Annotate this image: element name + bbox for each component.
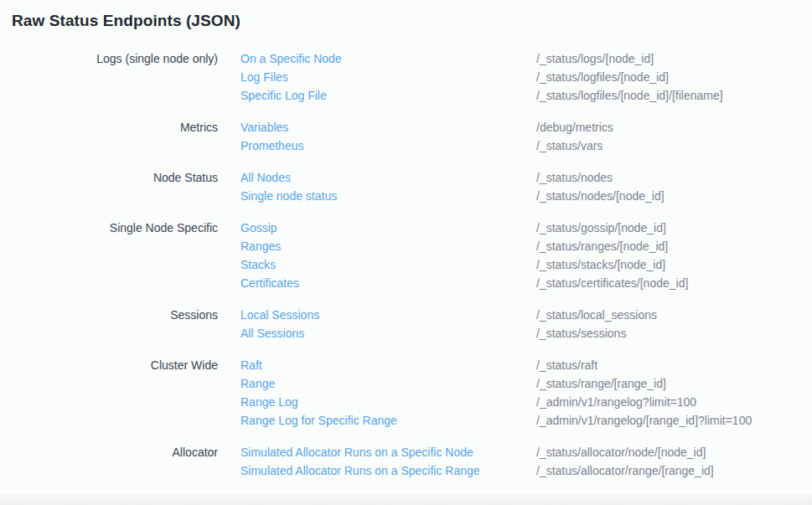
endpoint-link[interactable]: Range bbox=[240, 374, 536, 393]
endpoint-path: /debug/metrics bbox=[536, 118, 613, 137]
endpoint-row: Range Log /_admin/v1/rangelog?limit=100 bbox=[240, 393, 800, 411]
endpoint-rows: Local Sessions /_status/local_sessions A… bbox=[240, 306, 800, 343]
endpoint-link[interactable]: Range Log for Specific Range bbox=[240, 411, 536, 430]
endpoint-link[interactable]: Raft bbox=[240, 356, 536, 374]
category-label: Logs (single node only) bbox=[12, 49, 240, 105]
endpoint-link[interactable]: On a Specific Node bbox=[240, 49, 536, 68]
endpoint-section: Node Status All Nodes /_status/nodes Sin… bbox=[12, 168, 800, 205]
category-label: Cluster Wide bbox=[12, 356, 240, 430]
endpoint-section: Allocator Simulated Allocator Runs on a … bbox=[12, 443, 800, 480]
page-title: Raw Status Endpoints (JSON) bbox=[12, 11, 800, 30]
endpoint-row: Log Files /_status/logfiles/[node_id] bbox=[240, 68, 800, 86]
endpoint-link[interactable]: Certificates bbox=[240, 274, 536, 292]
endpoint-link[interactable]: Gossip bbox=[240, 219, 536, 237]
endpoint-row: Gossip /_status/gossip/[node_id] bbox=[240, 219, 800, 237]
endpoint-path: /_status/gossip/[node_id] bbox=[536, 219, 666, 237]
endpoint-row: Simulated Allocator Runs on a Specific N… bbox=[240, 443, 800, 461]
endpoint-rows: Variables /debug/metrics Prometheus /_st… bbox=[240, 118, 800, 155]
category-label: Single Node Specific bbox=[12, 219, 240, 292]
category-label: Node Status bbox=[12, 168, 240, 205]
endpoint-row: On a Specific Node /_status/logs/[node_i… bbox=[240, 49, 800, 68]
endpoint-path: /_status/stacks/[node_id] bbox=[536, 255, 665, 274]
category-label: Sessions bbox=[12, 306, 240, 343]
endpoint-path: /_status/allocator/node/[node_id] bbox=[536, 443, 706, 461]
endpoint-path: /_status/allocator/range/[range_id] bbox=[536, 461, 714, 480]
endpoint-rows: Gossip /_status/gossip/[node_id] Ranges … bbox=[240, 219, 800, 292]
raw-status-endpoints-page: Raw Status Endpoints (JSON) Logs (single… bbox=[0, 0, 812, 480]
endpoint-link[interactable]: Log Files bbox=[240, 68, 536, 86]
endpoint-row: All Sessions /_status/sessions bbox=[240, 324, 800, 343]
endpoint-link[interactable]: Stacks bbox=[240, 255, 536, 274]
endpoint-path: /_status/vars bbox=[536, 137, 603, 155]
endpoint-sections: Logs (single node only) On a Specific No… bbox=[12, 49, 800, 480]
endpoint-row: Specific Log File /_status/logfiles/[nod… bbox=[240, 86, 800, 105]
endpoint-link[interactable]: Ranges bbox=[240, 237, 536, 255]
endpoint-row: Stacks /_status/stacks/[node_id] bbox=[240, 255, 800, 274]
endpoint-path: /_status/logs/[node_id] bbox=[536, 49, 654, 68]
endpoint-row: Raft /_status/raft bbox=[240, 356, 800, 374]
endpoint-path: /_status/nodes/[node_id] bbox=[536, 187, 665, 205]
category-label: Metrics bbox=[12, 118, 240, 155]
endpoint-row: All Nodes /_status/nodes bbox=[240, 168, 800, 187]
endpoint-link[interactable]: Simulated Allocator Runs on a Specific R… bbox=[240, 461, 536, 480]
endpoint-row: Local Sessions /_status/local_sessions bbox=[240, 306, 800, 324]
endpoint-path: /_status/local_sessions bbox=[536, 306, 657, 324]
endpoint-rows: Raft /_status/raft Range /_status/range/… bbox=[240, 356, 800, 430]
endpoint-link[interactable]: Local Sessions bbox=[240, 306, 536, 324]
category-label: Allocator bbox=[12, 443, 240, 480]
endpoint-section: Logs (single node only) On a Specific No… bbox=[12, 49, 800, 105]
endpoint-row: Certificates /_status/certificates/[node… bbox=[240, 274, 800, 292]
endpoint-rows: On a Specific Node /_status/logs/[node_i… bbox=[240, 49, 800, 105]
endpoint-path: /_status/logfiles/[node_id] bbox=[536, 68, 669, 86]
endpoint-link[interactable]: Specific Log File bbox=[240, 86, 536, 105]
endpoint-row: Simulated Allocator Runs on a Specific R… bbox=[240, 461, 800, 480]
endpoint-row: Single node status /_status/nodes/[node_… bbox=[240, 187, 800, 205]
endpoint-rows: Simulated Allocator Runs on a Specific N… bbox=[240, 443, 800, 480]
endpoint-link[interactable]: All Nodes bbox=[240, 168, 536, 187]
endpoint-row: Range Log for Specific Range /_admin/v1/… bbox=[240, 411, 800, 430]
endpoint-section: Single Node Specific Gossip /_status/gos… bbox=[12, 219, 800, 292]
endpoint-link[interactable]: Single node status bbox=[240, 187, 536, 205]
endpoint-link[interactable]: Variables bbox=[240, 118, 536, 137]
endpoint-row: Variables /debug/metrics bbox=[240, 118, 800, 137]
endpoint-row: Range /_status/range/[range_id] bbox=[240, 374, 800, 393]
endpoint-section: Cluster Wide Raft /_status/raft Range /_… bbox=[12, 356, 800, 430]
endpoint-section: Sessions Local Sessions /_status/local_s… bbox=[12, 306, 800, 343]
endpoint-rows: All Nodes /_status/nodes Single node sta… bbox=[240, 168, 800, 205]
endpoint-link[interactable]: Range Log bbox=[240, 393, 536, 411]
endpoint-path: /_status/range/[range_id] bbox=[536, 374, 666, 393]
endpoint-link[interactable]: Simulated Allocator Runs on a Specific N… bbox=[240, 443, 536, 461]
endpoint-path: /_status/nodes bbox=[536, 168, 613, 187]
endpoint-link[interactable]: All Sessions bbox=[240, 324, 536, 343]
endpoint-path: /_status/logfiles/[node_id]/[filename] bbox=[536, 86, 723, 105]
endpoint-link[interactable]: Prometheus bbox=[240, 137, 536, 155]
footer-band bbox=[0, 494, 812, 505]
endpoint-section: Metrics Variables /debug/metrics Prometh… bbox=[12, 118, 800, 155]
endpoint-path: /_status/raft bbox=[536, 356, 597, 374]
endpoint-path: /_status/ranges/[node_id] bbox=[536, 237, 668, 255]
endpoint-path: /_admin/v1/rangelog?limit=100 bbox=[536, 393, 696, 411]
endpoint-path: /_status/sessions bbox=[536, 324, 626, 343]
endpoint-path: /_status/certificates/[node_id] bbox=[536, 274, 688, 292]
endpoint-path: /_admin/v1/rangelog/[range_id]?limit=100 bbox=[536, 411, 752, 430]
endpoint-row: Ranges /_status/ranges/[node_id] bbox=[240, 237, 800, 255]
endpoint-row: Prometheus /_status/vars bbox=[240, 137, 800, 155]
